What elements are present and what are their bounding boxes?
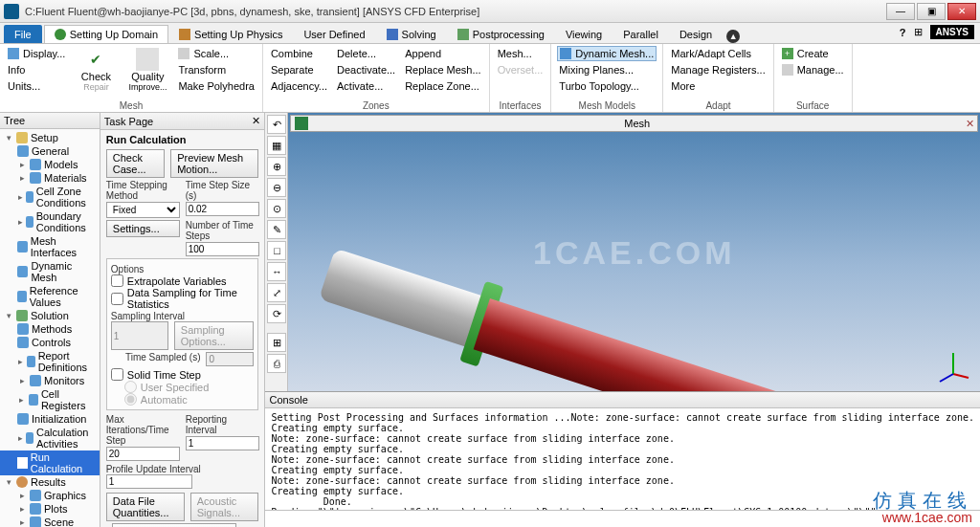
layout-button[interactable]: ⊞ <box>267 333 286 352</box>
tree-run-calculation[interactable]: Run Calculation <box>0 450 100 475</box>
tree-solution[interactable]: ▾Solution <box>0 309 100 322</box>
adjacency-button[interactable]: Adjacency... <box>269 78 329 94</box>
svg-line-2 <box>940 374 953 382</box>
tree-mesh-interfaces[interactable]: Mesh Interfaces <box>0 234 100 259</box>
adapt-more-button[interactable]: More <box>669 78 767 94</box>
transform-button[interactable]: Transform <box>176 62 256 77</box>
viewport-title: Mesh <box>312 118 962 129</box>
units-button[interactable]: Units... <box>6 78 67 94</box>
tab-setting-up-physics[interactable]: Setting Up Physics <box>168 25 293 43</box>
tree-initialization[interactable]: Initialization <box>0 412 100 426</box>
tree-cell-zone[interactable]: ▸Cell Zone Conditions <box>0 185 100 209</box>
tree-plots[interactable]: ▸Plots <box>0 502 100 516</box>
create-surface-button[interactable]: +Create <box>780 46 846 61</box>
print-button[interactable]: ⎙ <box>267 354 286 373</box>
maximize-button[interactable]: ▣ <box>917 3 946 20</box>
tab-solving[interactable]: Solving <box>376 25 447 43</box>
tree-reference-values[interactable]: Reference Values <box>0 284 100 309</box>
check-case-button[interactable]: Check Case... <box>106 149 165 178</box>
zoom-area-button[interactable]: ⊙ <box>267 199 286 218</box>
max-iter-input[interactable] <box>106 447 180 461</box>
roll-button[interactable]: ⟳ <box>267 304 286 323</box>
tab-parallel[interactable]: Parallel <box>612 25 669 43</box>
tab-design[interactable]: Design <box>669 25 723 43</box>
quality-button[interactable]: QualityImprove... <box>124 46 170 94</box>
mixing-planes-button[interactable]: Mixing Planes... <box>557 62 657 77</box>
tree-materials[interactable]: ▸Materials <box>0 171 100 185</box>
group-label-adapt: Adapt <box>669 99 767 112</box>
time-step-size-input[interactable] <box>186 202 259 216</box>
ansys-logo: ANSYS <box>930 25 974 39</box>
tab-setting-up-domain[interactable]: Setting Up Domain <box>44 25 168 43</box>
tree-general[interactable]: General <box>0 144 100 158</box>
fit-view-button[interactable]: ▦ <box>267 136 286 155</box>
viewport-3d[interactable]: Mesh ✕ 1CAE.COM <box>288 113 980 391</box>
deactivate-button[interactable]: Deactivate... <box>335 62 397 77</box>
pan-button[interactable]: ↔ <box>267 262 286 281</box>
tree-setup[interactable]: ▾Setup <box>0 131 100 144</box>
polyhedra-button[interactable]: Make Polyhedra <box>176 78 256 94</box>
manage-surface-button[interactable]: Manage... <box>780 62 846 77</box>
zoom-out-button[interactable]: ⊖ <box>267 178 286 197</box>
num-time-steps-input[interactable] <box>186 242 259 256</box>
display-button[interactable]: Display... <box>6 46 67 61</box>
tab-user-defined[interactable]: User Defined <box>293 25 375 43</box>
time-stepping-method-select[interactable]: Fixed <box>106 202 180 218</box>
tab-postprocessing[interactable]: Postprocessing <box>447 25 555 43</box>
tree-methods[interactable]: Methods <box>0 322 100 336</box>
tree-report-definitions[interactable]: ▸Report Definitions <box>0 349 100 374</box>
tree-monitors[interactable]: ▸Monitors <box>0 374 100 387</box>
settings-button[interactable]: Settings... <box>106 220 180 237</box>
combine-button[interactable]: Combine <box>269 46 329 61</box>
overset-button[interactable]: Overset... <box>496 62 546 77</box>
check-button[interactable]: ✔CheckRepair <box>73 46 119 94</box>
tree-graphics[interactable]: ▸Graphics <box>0 489 100 502</box>
tab-viewing[interactable]: Viewing <box>555 25 612 43</box>
task-close-icon[interactable]: ✕ <box>252 115 260 127</box>
select-button[interactable]: □ <box>267 241 286 260</box>
mesh-interfaces-button[interactable]: Mesh... <box>496 46 546 61</box>
tree-controls[interactable]: Controls <box>0 336 100 349</box>
help-icon[interactable]: ? <box>900 27 906 38</box>
layout-icon[interactable]: ⊞ <box>914 26 923 38</box>
mark-adapt-button[interactable]: Mark/Adapt Cells <box>669 46 767 61</box>
scale-button[interactable]: Scale... <box>176 46 256 61</box>
undo-view-button[interactable]: ↶ <box>267 115 286 134</box>
data-sampling-checkbox[interactable]: Data Sampling for Time Statistics <box>111 287 255 310</box>
watermark: 1CAE.COM <box>533 233 735 271</box>
tree-calc-activities[interactable]: ▸Calculation Activities <box>0 426 100 450</box>
report-interval-input[interactable] <box>186 436 259 450</box>
replace-mesh-button[interactable]: Replace Mesh... <box>403 62 482 77</box>
tree-scene[interactable]: ▸Scene <box>0 516 100 527</box>
close-button[interactable]: ✕ <box>947 3 976 20</box>
tree-cell-registers[interactable]: ▸Cell Registers <box>0 387 100 412</box>
app-icon <box>4 4 19 19</box>
dynamic-mesh-button[interactable]: Dynamic Mesh... <box>557 46 657 61</box>
tree-results[interactable]: ▾Results <box>0 475 100 489</box>
profile-update-input[interactable] <box>106 474 192 489</box>
separate-button[interactable]: Separate <box>269 62 329 77</box>
tree-models[interactable]: ▸Models <box>0 158 100 171</box>
axis-triad-icon <box>934 345 972 384</box>
probe-button[interactable]: ✎ <box>267 220 286 239</box>
rotate-button[interactable]: ⤢ <box>267 283 286 302</box>
zoom-in-button[interactable]: ⊕ <box>267 157 286 176</box>
replace-zone-button[interactable]: Replace Zone... <box>403 78 482 94</box>
collapse-ribbon-icon[interactable]: ▲ <box>726 30 740 43</box>
viewport-close-icon[interactable]: ✕ <box>962 118 977 130</box>
solid-time-step-checkbox[interactable]: Solid Time Step <box>111 368 255 381</box>
ribbon-group-surface: +Create Manage... Surface <box>774 44 853 112</box>
data-file-quantities-button[interactable]: Data File Quantities... <box>106 493 185 521</box>
info-button[interactable]: Info <box>6 62 67 77</box>
delete-button[interactable]: Delete... <box>335 46 397 61</box>
tree-boundary[interactable]: ▸Boundary Conditions <box>0 209 100 234</box>
manage-registers-button[interactable]: Manage Registers... <box>669 62 767 77</box>
extrapolate-checkbox[interactable]: Extrapolate Variables <box>111 274 255 287</box>
minimize-button[interactable]: — <box>886 3 915 20</box>
turbo-topology-button[interactable]: Turbo Topology... <box>557 78 657 94</box>
activate-button[interactable]: Activate... <box>335 78 397 94</box>
append-button[interactable]: Append <box>403 46 482 61</box>
tab-file[interactable]: File <box>4 25 42 43</box>
tree-dynamic-mesh[interactable]: Dynamic Mesh <box>0 259 100 284</box>
preview-mesh-button[interactable]: Preview Mesh Motion... <box>170 149 258 178</box>
